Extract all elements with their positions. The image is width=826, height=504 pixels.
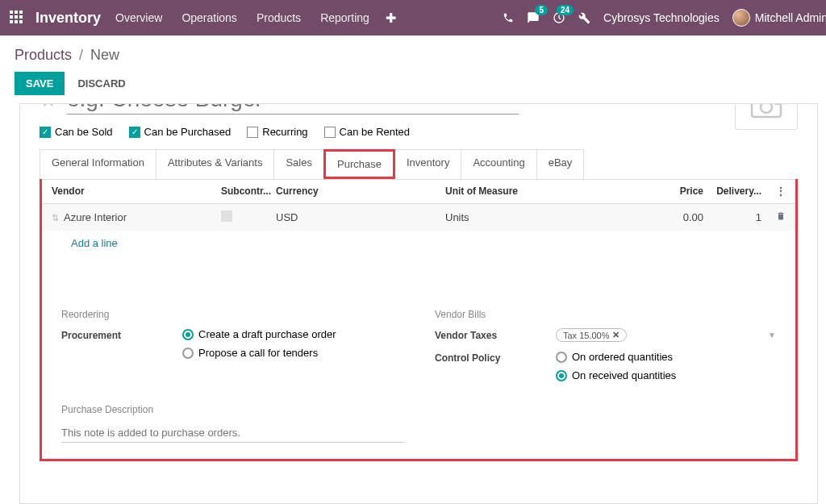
svg-rect-1 bbox=[752, 103, 781, 117]
tabs: General Information Attributes & Variant… bbox=[40, 149, 798, 180]
activities-badge: 24 bbox=[557, 5, 574, 15]
col-subcontract: Subcontr... bbox=[221, 185, 276, 197]
avatar bbox=[732, 9, 750, 27]
messages-icon[interactable]: 5 bbox=[527, 11, 540, 24]
tab-accounting[interactable]: Accounting bbox=[461, 149, 536, 179]
check-can-be-sold[interactable]: ✓Can be Sold bbox=[40, 126, 113, 138]
col-delivery: Delivery... bbox=[703, 185, 761, 197]
more-columns-icon[interactable]: ⋮ bbox=[776, 185, 786, 197]
svg-point-4 bbox=[773, 103, 782, 104]
breadcrumb: Products / New bbox=[15, 47, 119, 64]
tools-icon[interactable] bbox=[578, 12, 590, 24]
section-purchase-description: Purchase Description bbox=[61, 404, 776, 415]
radio-ordered-qty[interactable]: On ordered quantities bbox=[556, 351, 776, 363]
dropdown-caret-icon[interactable]: ▼ bbox=[768, 331, 776, 339]
check-recurring[interactable]: Recurring bbox=[247, 126, 307, 138]
nav-overview[interactable]: Overview bbox=[115, 11, 162, 24]
brand-title[interactable]: Inventory bbox=[35, 10, 101, 27]
nav-operations[interactable]: Operations bbox=[181, 11, 236, 24]
radio-call-tenders[interactable]: Propose a call for tenders bbox=[182, 347, 403, 359]
phone-icon[interactable] bbox=[503, 12, 514, 23]
col-vendor: Vendor bbox=[52, 185, 221, 197]
tab-attributes-variants[interactable]: Attributes & Variants bbox=[156, 149, 275, 179]
section-reordering: Reordering bbox=[61, 309, 403, 320]
section-vendor-bills: Vendor Bills bbox=[435, 309, 776, 320]
nav-products[interactable]: Products bbox=[257, 11, 301, 24]
add-line-link[interactable]: Add a line bbox=[52, 237, 118, 249]
vendor-table: Vendor Subcontr... Currency Unit of Meas… bbox=[42, 179, 795, 256]
col-price: Price bbox=[655, 185, 703, 197]
remove-tag-icon[interactable]: ✕ bbox=[612, 330, 620, 340]
label-control-policy: Control Policy bbox=[435, 351, 556, 364]
drag-handle-icon[interactable]: ⇅ bbox=[52, 213, 59, 223]
radio-received-qty[interactable]: On received quantities bbox=[556, 369, 776, 381]
breadcrumb-current: New bbox=[90, 47, 119, 63]
delete-row-icon[interactable] bbox=[776, 211, 786, 223]
activities-icon[interactable]: 24 bbox=[553, 11, 565, 24]
save-button[interactable]: SAVE bbox=[15, 72, 65, 95]
label-procurement: Procurement bbox=[61, 328, 182, 341]
subcontract-checkbox[interactable] bbox=[221, 210, 232, 222]
product-image-upload[interactable] bbox=[735, 103, 798, 130]
user-name: Mitchell Admin bbox=[755, 11, 826, 24]
apps-icon[interactable] bbox=[10, 10, 24, 25]
product-name-input[interactable] bbox=[67, 103, 519, 115]
nav-reporting[interactable]: Reporting bbox=[320, 11, 369, 24]
label-vendor-taxes: Vendor Taxes bbox=[435, 328, 556, 341]
tab-ebay[interactable]: eBay bbox=[536, 149, 585, 179]
tab-general-information[interactable]: General Information bbox=[40, 149, 156, 179]
radio-draft-po[interactable]: Create a draft purchase order bbox=[182, 328, 403, 340]
svg-point-2 bbox=[761, 103, 772, 113]
plus-icon[interactable]: ✚ bbox=[386, 10, 396, 26]
messages-badge: 5 bbox=[535, 5, 548, 15]
tab-purchase[interactable]: Purchase bbox=[323, 149, 395, 179]
discard-button[interactable]: DISCARD bbox=[74, 72, 128, 95]
topbar: Inventory Overview Operations Products R… bbox=[0, 0, 826, 35]
user-menu[interactable]: Mitchell Admin bbox=[732, 9, 826, 27]
col-currency: Currency bbox=[276, 185, 445, 197]
tab-inventory[interactable]: Inventory bbox=[394, 149, 461, 179]
breadcrumb-parent[interactable]: Products bbox=[15, 47, 72, 63]
check-can-be-rented[interactable]: Can be Rented bbox=[324, 126, 410, 138]
purchase-description-input[interactable] bbox=[61, 423, 404, 443]
tax-tag[interactable]: Tax 15.00%✕ bbox=[556, 328, 627, 342]
vendor-row[interactable]: ⇅Azure Interior USD Units 0.00 1 bbox=[42, 204, 795, 231]
tab-sales[interactable]: Sales bbox=[273, 149, 324, 179]
col-uom: Unit of Measure bbox=[445, 185, 655, 197]
check-can-be-purchased[interactable]: ✓Can be Purchased bbox=[129, 126, 232, 138]
favorite-star-icon[interactable]: ☆ bbox=[40, 103, 57, 111]
company-name[interactable]: Cybrosys Technologies bbox=[603, 11, 720, 24]
